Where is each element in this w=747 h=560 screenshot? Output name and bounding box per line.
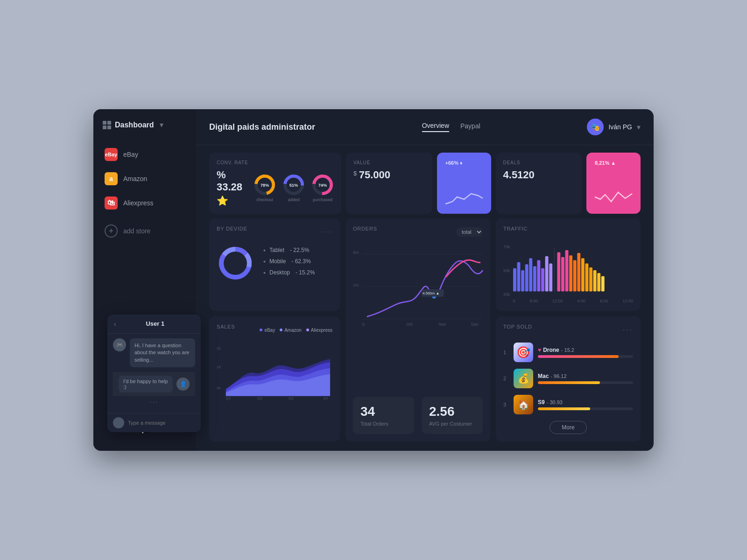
aliexpress-label: Aliexpress [123, 199, 154, 207]
dashboard-grid: BY DEVIDE ··· ▪ [196, 218, 654, 451]
sidebar: Dashboard ▾ eBay eBay a Amazon 🛍 Aliexpr… [93, 109, 196, 451]
svg-rect-43 [589, 267, 592, 291]
deals-value: 4.5120 [503, 169, 574, 181]
top-sold-menu[interactable]: ··· [623, 326, 633, 334]
chat-input-area [107, 413, 201, 432]
orders-stats: 34 Total Orders 2.56 AVG per Costumer [353, 397, 483, 434]
value-wave-chart [445, 190, 483, 206]
svg-rect-27 [521, 270, 524, 291]
traffic-bars-wrap: 0 8:00 12:00 4:00 8:00 12:00 [513, 245, 633, 303]
mac-info: Mac - 96.12 [538, 373, 633, 384]
donut-checkout: 78% checkout [254, 174, 276, 202]
dashboard: Dashboard ▾ eBay eBay a Amazon 🛍 Aliexpr… [93, 109, 654, 451]
deals-badge: 8,21% ▲ [595, 160, 632, 166]
svg-point-12 [225, 253, 246, 273]
svg-text:4k: 4k [217, 386, 220, 390]
orders-filter[interactable]: total [456, 227, 483, 237]
value-label: VALUE [353, 160, 424, 165]
tablet-icon: ▪ [263, 246, 266, 254]
drone-img: 🎯 [514, 343, 533, 362]
s9-name: S9 [538, 399, 545, 406]
legend-dot-amazon [280, 329, 282, 331]
svg-text:Q3: Q3 [289, 396, 294, 400]
total-orders-value: 34 [360, 404, 407, 419]
top-sold-item-2: 2 💰 Mac - 96.12 [503, 369, 633, 388]
tab-overview[interactable]: Overview [422, 122, 449, 132]
tx2: 8:00 [529, 299, 538, 303]
drone-price: - 15.2 [561, 347, 574, 353]
legend-dot-aliexpress [306, 329, 309, 331]
svg-rect-44 [593, 270, 596, 291]
traffic-y3: 25k [503, 292, 510, 297]
tx6: 12:00 [622, 299, 633, 303]
sidebar-item-aliexpress[interactable]: 🛍 Aliexpress [93, 191, 196, 215]
chat-input[interactable] [128, 420, 195, 426]
mac-price: - 96.12 [550, 373, 566, 379]
rank-1: 1 [503, 350, 509, 355]
sidebar-item-amazon[interactable]: a Amazon [93, 167, 196, 191]
svg-rect-46 [601, 276, 604, 292]
by-device-card: BY DEVIDE ··· ▪ [209, 218, 340, 311]
conv-rate-value: % 33.28 [217, 169, 242, 193]
svg-text:51%: 51% [289, 183, 298, 188]
svg-rect-25 [513, 268, 516, 292]
svg-rect-33 [545, 256, 548, 292]
traffic-x-axis: 0 8:00 12:00 4:00 8:00 12:00 [513, 299, 633, 303]
device-tablet: ▪ Tablet - 22.5% [263, 246, 315, 254]
svg-text:4.560m  ▲: 4.560m ▲ [423, 291, 440, 295]
more-button[interactable]: More [550, 421, 587, 434]
conv-rate-card: CONV. RATE % 33.28 ⭐ 78% [209, 153, 341, 214]
svg-text:Q1: Q1 [226, 396, 231, 400]
topbar-tabs: Overview Paypal [422, 122, 480, 132]
svg-rect-34 [549, 263, 552, 291]
svg-text:Q4: Q4 [323, 396, 328, 400]
heart-icon: ♥ [538, 347, 541, 353]
mac-name: Mac [538, 373, 549, 379]
tx1: 0 [513, 299, 515, 303]
traffic-title: TRAFFIC [503, 226, 528, 231]
s9-img: 🏠 [514, 395, 533, 414]
value-card: VALUE $ 75.000 [346, 153, 432, 214]
by-device-title: BY DEVIDE [217, 226, 247, 231]
rank-2: 2 [503, 376, 509, 381]
by-device-header: BY DEVIDE ··· [217, 226, 332, 238]
sales-header: SALES eBay Amazon Aliexpress [217, 324, 332, 336]
by-device-content: ▪ Tablet - 22.5% ▪ Mobile - 62.3% ▪ Desk… [217, 245, 332, 282]
top-sold-header: TOP SOLD ··· [503, 324, 633, 336]
desktop-pct: - 15.2% [296, 269, 315, 276]
mobile-pct: - 62.3% [291, 258, 310, 265]
avg-orders-value: 2.56 [429, 404, 475, 419]
svg-text:Oct: Oct [406, 322, 413, 327]
svg-rect-28 [525, 264, 528, 291]
svg-text:32: 32 [217, 346, 221, 350]
drone-info: ♥ Drone - 15.2 [538, 347, 633, 358]
svg-text:16: 16 [217, 365, 221, 369]
top-sold-item-1: 1 🎯 ♥ Drone - 15.2 [503, 343, 633, 362]
svg-rect-37 [565, 250, 568, 291]
svg-text:Nov: Nov [439, 322, 446, 327]
user-section: 🎭 Iván PG ▾ [587, 119, 641, 135]
add-store-button[interactable]: + add store [93, 219, 196, 243]
avg-orders-stat: 2.56 AVG per Costumer [422, 397, 483, 434]
chat-message: 🎮 Hi, I have a question about the watch … [113, 338, 195, 367]
svg-text:5m: 5m [353, 251, 359, 255]
page-title: Digital paids administrator [209, 122, 315, 132]
add-icon: + [105, 224, 118, 238]
sales-card: SALES eBay Amazon Aliexpress [209, 316, 340, 441]
dollar-sign: $ [353, 170, 357, 177]
sidebar-title: Dashboard [115, 121, 154, 129]
sidebar-item-ebay[interactable]: eBay eBay [93, 142, 196, 167]
chat-user-title: User 1 [146, 320, 164, 327]
tablet-label: Tablet [269, 247, 284, 253]
chat-back-button[interactable]: ‹ [114, 320, 116, 328]
by-device-menu[interactable]: ··· [322, 228, 332, 236]
orders-chart-wrap: 5m 1m 4.560m ▲ [353, 245, 483, 397]
total-orders-stat: 34 Total Orders [353, 397, 414, 434]
traffic-y2: 50k [503, 268, 510, 273]
donut-added: 51% added [282, 174, 305, 202]
avg-orders-label: AVG per Costumer [429, 421, 475, 427]
user-name: Iván PG [608, 123, 632, 131]
tab-paypal[interactable]: Paypal [460, 122, 480, 132]
svg-rect-30 [533, 266, 536, 291]
s9-price: - 30.93 [547, 399, 563, 405]
